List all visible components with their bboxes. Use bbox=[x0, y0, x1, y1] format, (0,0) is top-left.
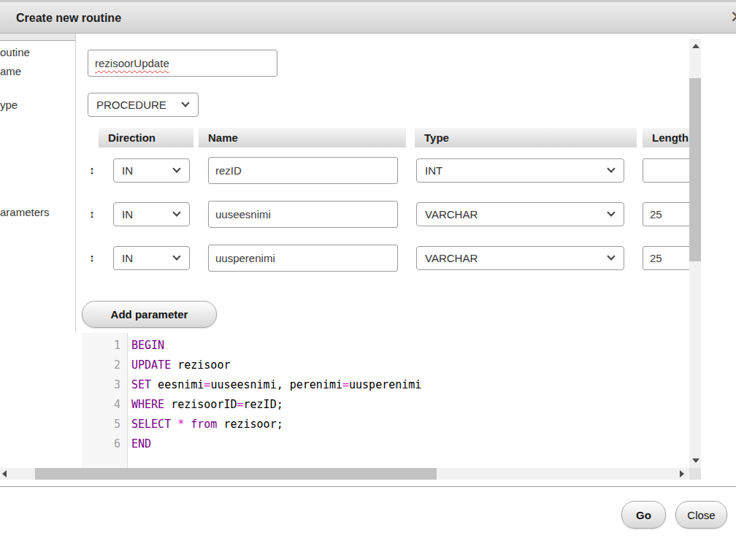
param-length-input-1[interactable] bbox=[643, 158, 689, 183]
horizontal-scroll-thumb[interactable] bbox=[35, 468, 437, 480]
param-name-input-3[interactable] bbox=[208, 245, 398, 272]
parameters-label: arameters bbox=[0, 206, 50, 218]
code-lines: 1BEGIN2UPDATE rezisoor3SET eesnimi=uusee… bbox=[82, 336, 689, 454]
dialog-titlebar: Create new routine ✕ bbox=[0, 0, 736, 34]
chevron-down-icon bbox=[607, 164, 615, 172]
param-length-input-3[interactable] bbox=[643, 246, 689, 270]
param-length-input-2[interactable] bbox=[643, 202, 689, 226]
scroll-down-icon[interactable] bbox=[692, 459, 699, 463]
col-header-type: Type bbox=[415, 128, 637, 147]
scroll-left-icon[interactable] bbox=[2, 470, 7, 477]
routine-name-value: rezisoorUpdate bbox=[95, 57, 169, 69]
footer-divider bbox=[0, 486, 736, 487]
param-type-select-2[interactable]: VARCHAR bbox=[416, 202, 624, 226]
col-header-name: Name bbox=[199, 128, 406, 147]
dialog-body: outine ame rezisoorUpdate ype PROCEDURE … bbox=[0, 34, 689, 468]
go-button[interactable]: Go bbox=[621, 501, 666, 529]
close-button[interactable]: Close bbox=[675, 501, 727, 529]
add-parameter-button[interactable]: Add parameter bbox=[82, 301, 217, 328]
scrolled-header-remnant bbox=[0, 34, 75, 41]
drag-handle-icon[interactable]: ↕ bbox=[86, 164, 98, 176]
chevron-down-icon bbox=[172, 164, 180, 172]
direction-select-3[interactable]: IN bbox=[113, 246, 190, 270]
chevron-down-icon bbox=[172, 252, 180, 260]
vertical-scrollbar[interactable] bbox=[689, 39, 701, 468]
close-icon[interactable]: ✕ bbox=[730, 7, 736, 27]
scrollbar-corner bbox=[689, 468, 701, 480]
type-select[interactable]: PROCEDURE bbox=[88, 93, 199, 117]
param-name-input-1[interactable] bbox=[208, 157, 398, 184]
col-header-direction: Direction bbox=[99, 128, 193, 147]
dialog-title: Create new routine bbox=[16, 12, 121, 25]
routine-name-label-line1: outine bbox=[0, 46, 30, 58]
code-editor[interactable]: 1BEGIN2UPDATE rezisoor3SET eesnimi=uusee… bbox=[82, 333, 689, 468]
type-label: ype bbox=[0, 99, 18, 111]
chevron-down-icon bbox=[181, 99, 189, 107]
type-select-value: PROCEDURE bbox=[96, 99, 166, 111]
col-header-length: Length bbox=[643, 128, 689, 147]
chevron-down-icon bbox=[607, 252, 615, 260]
scroll-up-icon[interactable] bbox=[692, 44, 699, 48]
param-type-select-3[interactable]: VARCHAR bbox=[416, 246, 624, 270]
routine-name-label-line2: ame bbox=[0, 65, 21, 77]
direction-select-2[interactable]: IN bbox=[113, 202, 190, 226]
horizontal-scrollbar[interactable] bbox=[0, 468, 689, 480]
direction-select-1[interactable]: IN bbox=[113, 158, 190, 183]
vertical-scroll-thumb[interactable] bbox=[689, 78, 701, 261]
label-column-border bbox=[75, 34, 76, 333]
chevron-down-icon bbox=[172, 208, 180, 216]
drag-handle-icon[interactable]: ↕ bbox=[86, 251, 98, 264]
param-name-input-2[interactable] bbox=[208, 201, 398, 228]
routine-name-input[interactable]: rezisoorUpdate bbox=[88, 50, 277, 77]
param-type-select-1[interactable]: INT bbox=[416, 158, 624, 183]
drag-handle-icon[interactable]: ↕ bbox=[86, 207, 98, 220]
chevron-down-icon bbox=[607, 208, 615, 216]
scroll-right-icon[interactable] bbox=[680, 470, 684, 477]
